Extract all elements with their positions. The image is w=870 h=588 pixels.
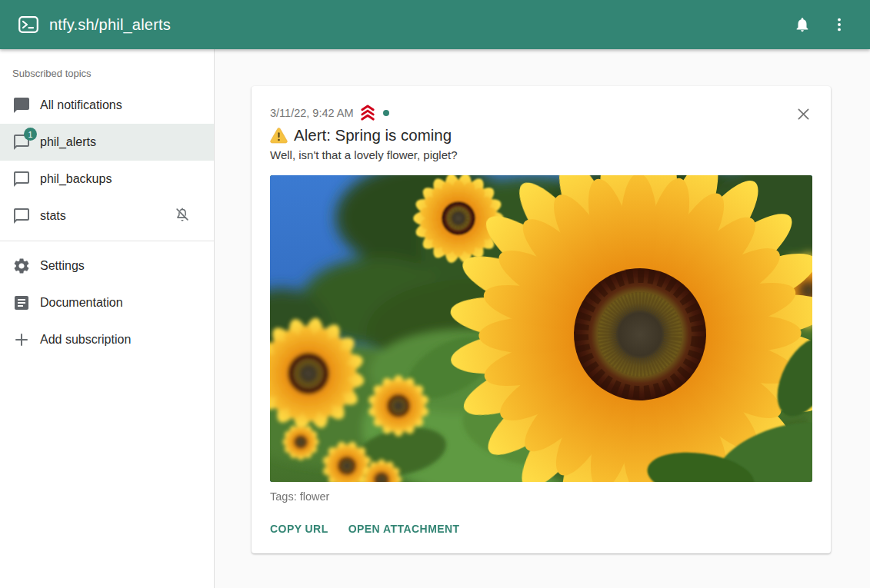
page-title: ntfy.sh/phil_alerts (49, 16, 784, 34)
kebab-menu-icon (831, 16, 848, 33)
notification-body: Well, isn't that a lovely flower, piglet… (270, 148, 812, 161)
sidebar-item-label: phil_alerts (40, 135, 96, 149)
sunflower-field-photo (270, 175, 812, 482)
sidebar-divider (0, 241, 214, 241)
sidebar-item-add-subscription[interactable]: Add subscription (0, 321, 214, 358)
terminal-icon (18, 16, 38, 33)
sidebar-item-phil-backups[interactable]: phil_backups (0, 161, 214, 198)
attachment-image[interactable] (270, 175, 812, 482)
notifications-button[interactable] (784, 6, 821, 43)
close-notification-button[interactable] (792, 103, 814, 125)
sidebar-item-documentation[interactable]: Documentation (0, 284, 214, 321)
close-icon (795, 106, 812, 122)
sidebar-item-label: phil_backups (40, 172, 112, 186)
article-icon (12, 294, 31, 312)
warning-icon (270, 128, 288, 144)
priority-high-triple-chevron-icon (359, 105, 376, 121)
notification-title: Alert: Spring is coming (294, 126, 452, 145)
chat-bubble-outline-icon (12, 207, 31, 225)
sidebar-item-label: Add subscription (40, 333, 131, 347)
main-content: 3/11/22, 9:42 AM Alert: Spring is comi (215, 49, 870, 588)
chat-bubble-filled-icon (12, 96, 31, 115)
notifications-icon (794, 16, 811, 33)
sidebar-item-label: Settings (40, 259, 85, 273)
chat-bubble-outline-icon: 1 (12, 133, 31, 151)
notification-title-row: Alert: Spring is coming (270, 126, 812, 145)
sidebar-item-label: stats (40, 209, 66, 223)
timestamp: 3/11/22, 9:42 AM (270, 107, 354, 119)
gear-icon (12, 257, 31, 275)
plus-icon (12, 331, 31, 349)
sidebar-item-label: Documentation (40, 296, 123, 310)
sidebar-item-all-notifications[interactable]: All notifications (0, 87, 214, 124)
overflow-menu-button[interactable] (821, 6, 858, 43)
open-attachment-button[interactable]: Open attachment (348, 520, 460, 538)
sidebar-item-stats[interactable]: stats (0, 198, 214, 234)
copy-url-button[interactable]: Copy URL (270, 520, 328, 538)
unread-count-badge: 1 (24, 128, 37, 141)
notification-meta: 3/11/22, 9:42 AM (270, 105, 812, 121)
sidebar-item-phil-alerts[interactable]: 1 phil_alerts (0, 124, 214, 161)
chat-bubble-outline-icon (12, 170, 31, 188)
subscribed-topics-label: Subscribed topics (0, 61, 214, 87)
notification-actions: Copy URL Open attachment (270, 520, 812, 538)
unread-dot (383, 110, 389, 116)
notifications-off-icon (174, 206, 191, 226)
sidebar-item-label: All notifications (40, 98, 122, 112)
notification-card: 3/11/22, 9:42 AM Alert: Spring is comi (252, 86, 831, 553)
sidebar: Subscribed topics All notifications 1 ph… (0, 49, 215, 588)
tags-label: Tags: flower (270, 490, 812, 503)
sidebar-item-settings[interactable]: Settings (0, 247, 214, 284)
app-bar: ntfy.sh/phil_alerts (0, 0, 870, 49)
